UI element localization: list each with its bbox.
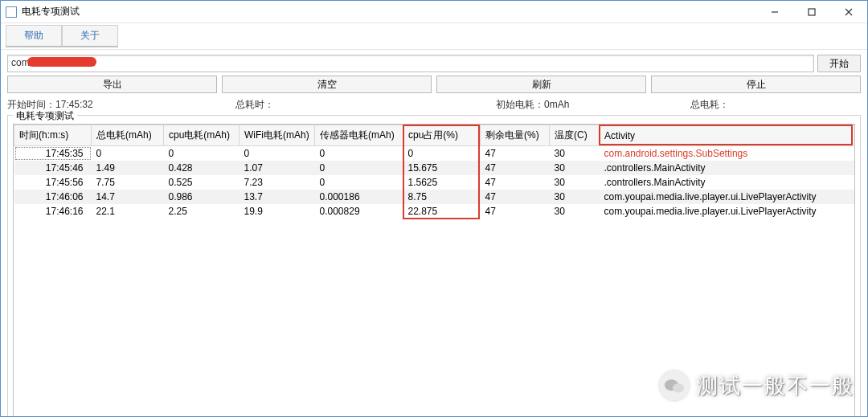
cell: 14.7 — [92, 190, 164, 204]
close-button[interactable] — [830, 1, 867, 22]
cell: 47 — [481, 175, 550, 190]
cell: 0 — [315, 146, 403, 161]
cell: 17:45:56 — [14, 175, 92, 190]
results-legend: 电耗专项测试 — [13, 109, 77, 123]
cell: .controllers.MainActivity — [600, 161, 856, 175]
package-row: com 开始 — [7, 55, 861, 72]
action-buttons: 导出 清空 刷新 停止 — [7, 76, 861, 93]
watermark-text: 测试一般不一般 — [697, 372, 854, 400]
table-row[interactable]: 17:45:567.750.5257.2301.56254730.control… — [14, 175, 856, 190]
svg-rect-0 — [809, 9, 815, 15]
cell: 30 — [550, 146, 600, 161]
body: com 开始 导出 清空 刷新 停止 开始时间：17:45:32 总耗时： 初始… — [1, 50, 867, 417]
stop-button[interactable]: 停止 — [651, 76, 861, 93]
cell: 47 — [481, 190, 550, 204]
cell: 22.1 — [92, 204, 164, 219]
cell: 19.9 — [240, 204, 315, 219]
col-header-5[interactable]: cpu占用(%) — [403, 125, 481, 146]
cell: 8.75 — [403, 190, 481, 204]
cell: 17:46:06 — [14, 190, 92, 204]
cell: 30 — [550, 204, 600, 219]
cell: com.youpai.media.live.player.ui.LivePlay… — [600, 190, 856, 204]
cell: 47 — [481, 146, 550, 161]
col-header-7[interactable]: 温度(C) — [550, 125, 600, 146]
redaction-mark — [27, 57, 96, 67]
cell: 0 — [240, 146, 315, 161]
table-row[interactable]: 17:45:35000004730com.android.settings.Su… — [14, 146, 856, 161]
cell: 0 — [315, 175, 403, 190]
cell: 17:46:16 — [14, 204, 92, 219]
export-button[interactable]: 导出 — [7, 76, 217, 93]
menubar: 帮助 关于 — [1, 23, 867, 50]
window-controls — [756, 1, 867, 22]
cell: 1.49 — [92, 161, 164, 175]
table-row[interactable]: 17:46:0614.70.98613.70.0001868.754730com… — [14, 190, 856, 204]
results-table: 时间(h:m:s)总电耗(mAh)cpu电耗(mAh)WiFi电耗(mAh)传感… — [14, 125, 855, 219]
wechat-icon — [660, 371, 689, 400]
cell: 1.5625 — [403, 175, 481, 190]
cell: 0.986 — [164, 190, 240, 204]
col-header-2[interactable]: cpu电耗(mAh) — [164, 125, 240, 146]
cell: 17:45:35 — [14, 146, 92, 161]
cell: 15.675 — [403, 161, 481, 175]
total-power-label: 总电耗： — [690, 98, 861, 112]
cell: 2.25 — [164, 204, 240, 219]
init-power-label: 初始电耗：0mAh — [496, 98, 690, 112]
cell: 0 — [164, 146, 240, 161]
cell: 17:45:46 — [14, 161, 92, 175]
app-window: 电耗专项测试 帮助 关于 com 开始 导出 清空 刷新 停止 开始时间：17:… — [0, 0, 868, 417]
cell: 30 — [550, 161, 600, 175]
window-title: 电耗专项测试 — [22, 5, 756, 18]
cell: 1.07 — [240, 161, 315, 175]
package-input[interactable]: com — [7, 55, 814, 72]
cell: 30 — [550, 175, 600, 190]
svg-point-2 — [673, 383, 684, 392]
col-header-4[interactable]: 传感器电耗(mAh) — [315, 125, 403, 146]
col-header-6[interactable]: 剩余电量(%) — [481, 125, 550, 146]
cell: 47 — [481, 161, 550, 175]
cell: 0.000829 — [315, 204, 403, 219]
clear-button[interactable]: 清空 — [222, 76, 432, 93]
menu-about[interactable]: 关于 — [62, 25, 118, 47]
watermark: 测试一般不一般 — [660, 371, 854, 400]
menu-help[interactable]: 帮助 — [6, 25, 62, 47]
cell: 47 — [481, 204, 550, 219]
col-header-3[interactable]: WiFi电耗(mAh) — [240, 125, 315, 146]
cell: 13.7 — [240, 190, 315, 204]
cell: 0.525 — [164, 175, 240, 190]
titlebar: 电耗专项测试 — [1, 1, 867, 23]
cell: 0 — [315, 161, 403, 175]
table-row[interactable]: 17:46:1622.12.2519.90.00082922.8754730co… — [14, 204, 856, 219]
cell: 30 — [550, 190, 600, 204]
info-row: 开始时间：17:45:32 总耗时： 初始电耗：0mAh 总电耗： — [7, 96, 861, 113]
cell: 0 — [92, 146, 164, 161]
cell: com.youpai.media.live.player.ui.LivePlay… — [600, 204, 856, 219]
cell: 7.75 — [92, 175, 164, 190]
cell: 0 — [403, 146, 481, 161]
table-row[interactable]: 17:45:461.490.4281.07015.6754730.control… — [14, 161, 856, 175]
maximize-button[interactable] — [793, 1, 830, 22]
cell: 0.000186 — [315, 190, 403, 204]
start-button[interactable]: 开始 — [817, 55, 861, 72]
app-icon — [6, 6, 17, 18]
refresh-button[interactable]: 刷新 — [436, 76, 646, 93]
cell: 0.428 — [164, 161, 240, 175]
col-header-8[interactable]: Activity — [600, 125, 856, 146]
cell: 7.23 — [240, 175, 315, 190]
total-time-label: 总耗时： — [235, 98, 496, 112]
minimize-button[interactable] — [756, 1, 793, 22]
col-header-0[interactable]: 时间(h:m:s) — [14, 125, 92, 146]
table-header-row: 时间(h:m:s)总电耗(mAh)cpu电耗(mAh)WiFi电耗(mAh)传感… — [14, 125, 856, 146]
cell: .controllers.MainActivity — [600, 175, 856, 190]
cell: com.android.settings.SubSettings — [600, 146, 856, 161]
cell: 22.875 — [403, 204, 481, 219]
col-header-1[interactable]: 总电耗(mAh) — [92, 125, 164, 146]
